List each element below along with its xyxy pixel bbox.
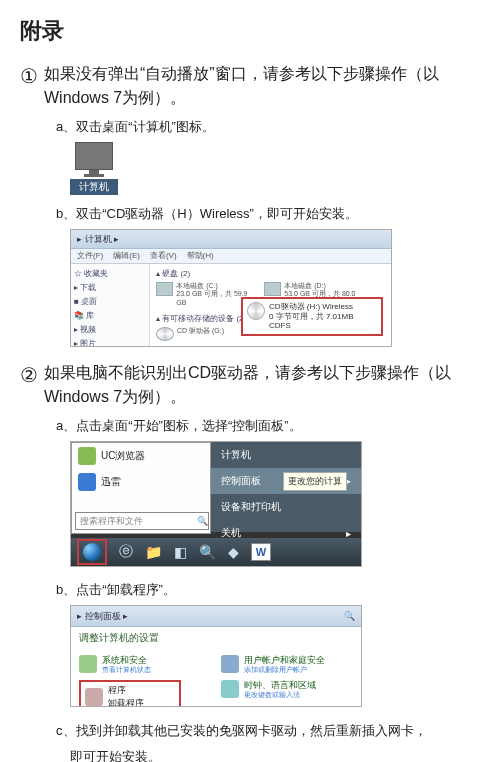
menu-file: 文件(F) <box>77 249 103 263</box>
cp-search-icon: 🔍 <box>344 606 355 626</box>
cd-icon <box>247 302 265 320</box>
app-label: UC浏览器 <box>101 449 145 463</box>
search-icon: 🔍 <box>197 513 208 529</box>
section-harddisk: ▴ 硬盘 (2) <box>156 268 385 279</box>
start-button-highlight <box>77 539 107 565</box>
explorer-sidebar: ☆ 收藏夹 ▸ 下载 ■ 桌面 📚 库 ▸ 视频 ▸ 图片 ▸ 本地磁盘 (C:… <box>71 264 150 347</box>
taskbar-ie-icon: ⓔ <box>119 543 133 561</box>
startmenu-search: 搜索程序和文件 🔍 <box>75 512 209 530</box>
drive-icon <box>264 282 281 296</box>
step-2-number: ② <box>20 361 38 389</box>
app-label: 迅雷 <box>101 475 121 489</box>
step-1-number: ① <box>20 62 38 90</box>
taskbar: ⓔ 📁 ◧ 🔍 ◆ W <box>71 538 361 566</box>
ritem-label: 设备和打印机 <box>221 500 281 514</box>
monitor-base <box>84 174 104 177</box>
start-orb-icon <box>83 543 101 561</box>
xunlei-icon <box>78 473 96 491</box>
monitor-icon <box>75 142 113 170</box>
menu-view: 查看(V) <box>150 249 177 263</box>
tooltip: 更改您的计算 <box>283 472 347 491</box>
controlpanel-screenshot: ▸ 控制面板 ▸ 🔍 调整计算机的设置 系统和安全 查看计算机状态 用户帐户和家… <box>70 605 362 707</box>
sidebar-item: ▸ 图片 <box>74 338 146 347</box>
sidebar-item: ■ 桌面 <box>74 296 146 307</box>
cp-item-title: 程序 <box>108 684 144 697</box>
drive-d-name: 本地磁盘 (D:) <box>284 282 364 290</box>
cp-addressbar: ▸ 控制面板 ▸ 🔍 <box>71 606 361 627</box>
cd-h-line2: 0 字节可用，共 7.01MB <box>269 312 353 322</box>
cp-item-sub: 卸载程序 <box>108 697 144 707</box>
menu-help: 帮助(H) <box>187 249 214 263</box>
step-2b: b、点击“卸载程序”。 <box>56 581 484 599</box>
step-1-text: 如果没有弹出“自动播放”窗口，请参考以下步骤操作（以Windows 7为例）。 <box>44 62 484 110</box>
taskbar-word-icon: W <box>251 543 271 561</box>
drive-icon <box>156 282 173 296</box>
menu-edit: 编辑(E) <box>113 249 140 263</box>
cd-drive-h-highlight: CD驱动器 (H:) Wireless 0 字节可用，共 7.01MB CDFS <box>241 297 383 336</box>
ritem-label: 计算机 <box>221 448 251 462</box>
cd-icon <box>156 327 174 341</box>
cp-item-sub: 查看计算机状态 <box>102 666 151 674</box>
ritem-computer: 计算机 <box>211 442 361 468</box>
sidebar-item: ▸ 视频 <box>74 324 146 335</box>
cp-item-title: 时钟、语言和区域 <box>244 680 316 691</box>
explorer-screenshot: ▸ 计算机 ▸ 文件(F) 编辑(E) 查看(V) 帮助(H) ☆ 收藏夹 ▸ … <box>70 229 392 347</box>
cp-grid: 系统和安全 查看计算机状态 用户帐户和家庭安全 添加或删除用户帐户 程序 卸载程… <box>71 649 361 707</box>
cd-h-line3: CDFS <box>269 321 353 331</box>
startmenu-screenshot: UC浏览器 迅雷 搜索程序和文件 🔍 计算机 控制面板 ➤ 设备和打印机 关机▸… <box>70 441 362 567</box>
cp-heading: 调整计算机的设置 <box>71 627 361 649</box>
sidebar-fav: ☆ 收藏夹 <box>74 268 146 279</box>
cp-icon <box>221 680 239 698</box>
cp-item-title: 系统和安全 <box>102 655 151 666</box>
ritem-label: 控制面板 <box>221 474 261 488</box>
search-placeholder: 搜索程序和文件 <box>80 513 143 529</box>
step-2-text: 如果电脑不能识别出CD驱动器，请参考以下步骤操作（以Windows 7为例）。 <box>44 361 484 409</box>
cp-icon <box>221 655 239 673</box>
cp-icon <box>85 688 103 706</box>
cp-item-programs-highlight: 程序 卸载程序 <box>79 680 181 707</box>
uc-icon <box>78 447 96 465</box>
step-2c-line2: 即可开始安装。 <box>70 747 484 763</box>
cp-item-clock: 时钟、语言和区域 更改键盘或输入法 <box>221 680 353 707</box>
taskbar-search-icon: 🔍 <box>199 544 216 560</box>
cp-item-sub: 更改键盘或输入法 <box>244 691 316 699</box>
ritem-devices: 设备和打印机 <box>211 494 361 520</box>
step-2: ② 如果电脑不能识别出CD驱动器，请参考以下步骤操作（以Windows 7为例）… <box>20 361 484 409</box>
taskbar-folder-icon: 📁 <box>145 544 162 560</box>
page-title: 附录 <box>20 16 484 46</box>
app-ucbrowser: UC浏览器 <box>72 443 210 469</box>
computer-desktop-icon: 计算机 <box>70 142 118 195</box>
sidebar-item: ▸ 下载 <box>74 282 146 293</box>
drive-c-name: 本地磁盘 (C:) <box>176 282 256 290</box>
taskbar-app2-icon: ◆ <box>228 544 239 560</box>
cp-item-users: 用户帐户和家庭安全 添加或删除用户帐户 <box>221 655 353 674</box>
cp-item-system: 系统和安全 查看计算机状态 <box>79 655 211 674</box>
explorer-menubar: 文件(F) 编辑(E) 查看(V) 帮助(H) <box>71 249 391 264</box>
step-1b: b、双击“CD驱动器（H）Wireless”，即可开始安装。 <box>56 205 484 223</box>
cd-h-line1: CD驱动器 (H:) Wireless <box>269 302 353 312</box>
cd-g-label: CD 驱动器 (G:) <box>177 327 224 335</box>
step-1: ① 如果没有弹出“自动播放”窗口，请参考以下步骤操作（以Windows 7为例）… <box>20 62 484 110</box>
cp-addr: ▸ 控制面板 ▸ <box>77 606 128 626</box>
computer-icon-label: 计算机 <box>70 179 118 195</box>
sidebar-lib: 📚 库 <box>74 310 146 321</box>
cp-icon <box>79 655 97 673</box>
step-2c-line1: c、找到并卸载其他已安装的免驱网卡驱动，然后重新插入网卡， <box>56 721 484 741</box>
cp-item-title: 用户帐户和家庭安全 <box>244 655 325 666</box>
taskbar-app-icon: ◧ <box>174 544 187 560</box>
explorer-addressbar: ▸ 计算机 ▸ <box>71 230 391 249</box>
step-1a: a、双击桌面“计算机”图标。 <box>56 118 484 136</box>
step-2a: a、点击桌面“开始”图标，选择“控制面板”。 <box>56 417 484 435</box>
cp-item-sub: 添加或删除用户帐户 <box>244 666 325 674</box>
app-xunlei: 迅雷 <box>72 469 210 495</box>
